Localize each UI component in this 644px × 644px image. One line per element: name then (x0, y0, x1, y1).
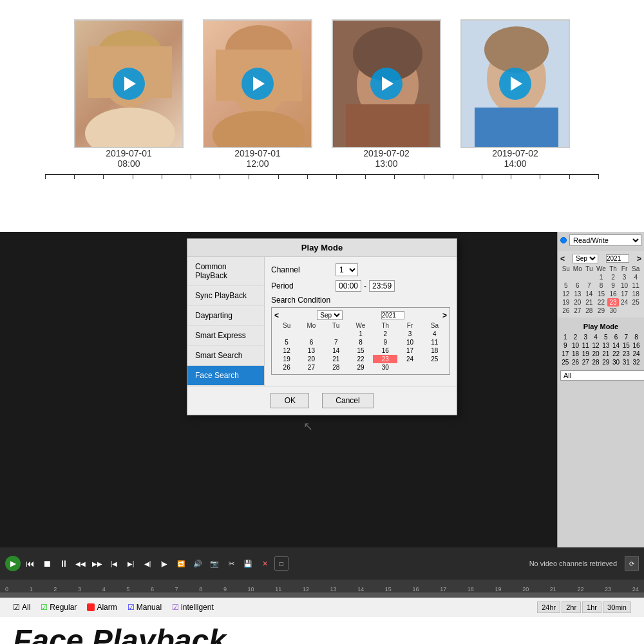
cal-week-5: 262728 2930 (560, 307, 641, 315)
nav-smart-express[interactable]: Smart Express (187, 326, 264, 346)
nav-sync-playback[interactable]: Sync PlayBack (187, 286, 264, 306)
play-button-2[interactable] (242, 68, 274, 100)
play-button-4[interactable] (499, 68, 531, 100)
pause-btn[interactable]: ⏸ (57, 556, 71, 571)
cancel-button[interactable]: Cancel (322, 393, 373, 408)
mini-cal-grid: SuMo TuWe ThFr Sa 1234 (274, 321, 447, 372)
legend-intelligent-label: intelligent (181, 603, 214, 612)
prev-btn[interactable]: ⏮ (23, 556, 37, 571)
col-th: Th (607, 265, 619, 273)
nav-smart-search[interactable]: Smart Search (187, 346, 264, 366)
timestamp-3: 2019-07-02 13:00 (363, 148, 410, 169)
period-end[interactable]: 23:59 (369, 280, 395, 292)
cal-grid: Su Mo Tu We Th Fr Sa 1234 567 (560, 265, 641, 315)
bottom-controls: ▶ ⏮ ⏹ ⏸ ◀◀ ▶▶ |◀ ▶| ◀| |▶ 🔁 🔊 📷 ✂ 💾 ✕ □ … (0, 547, 644, 580)
dialog-title: Play Mode (187, 239, 457, 257)
timestamp-1: 2019-07-01 08:00 (106, 148, 152, 169)
right-calendar: < Sep > Su Mo Tu We Th Fr Sa (558, 251, 644, 317)
close-btn[interactable]: ✕ (258, 556, 272, 571)
stop-btn[interactable]: ⏹ (40, 556, 54, 571)
nav-common-playback[interactable]: Common PlayBack (187, 257, 264, 286)
time-buttons: 24hr 2hr 1hr 30min (537, 601, 631, 613)
time-2hr[interactable]: 2hr (562, 601, 581, 613)
thumb-item-4: 2019-07-02 14:00 (460, 19, 570, 169)
thumb-image-4[interactable] (460, 19, 570, 148)
period-separator: - (364, 281, 366, 290)
fast-btn[interactable]: ▶▶ (90, 556, 104, 571)
play-mode-all-input[interactable] (560, 370, 644, 381)
dialog-footer: OK Cancel (187, 386, 457, 415)
cal-next[interactable]: > (637, 254, 641, 263)
svg-point-14 (484, 26, 549, 73)
mini-cal-next[interactable]: > (442, 311, 447, 320)
audio-btn[interactable]: 🔊 (191, 556, 205, 571)
svg-point-7 (213, 111, 305, 148)
legend-regular-label: Regular (50, 603, 77, 612)
nav-face-search[interactable]: Face Search (187, 366, 264, 386)
cal-week-3: 121314 15161718 (560, 290, 641, 298)
frame-prev-btn[interactable]: |◀ (107, 556, 121, 571)
forward-btn[interactable]: |▶ (157, 556, 171, 571)
play-mode-grid: 1234 5678 9101112 13141516 17181920 2122… (560, 333, 641, 366)
timeline-ruler[interactable]: 0 1 2 3 4 5 6 7 8 9 10 11 12 13 14 15 16… (0, 580, 644, 592)
time-1hr[interactable]: 1hr (582, 601, 601, 613)
read-write-radio[interactable] (560, 237, 567, 243)
rewind-btn[interactable]: ◀| (140, 556, 155, 571)
play-pause-btn[interactable]: ▶ (5, 556, 21, 571)
col-tu: Tu (583, 265, 595, 273)
timeline-area (45, 174, 599, 175)
ok-button[interactable]: OK (270, 393, 309, 408)
time-24hr[interactable]: 24hr (537, 601, 560, 613)
play-button-1[interactable] (113, 68, 145, 100)
cal-week-2: 567 891011 (560, 281, 641, 290)
thumb-image-2[interactable] (203, 19, 312, 148)
time-30min[interactable]: 30min (603, 601, 631, 613)
thumb-item-1: 2019-07-01 08:00 (74, 19, 184, 169)
col-mo: Mo (572, 265, 583, 273)
legend-alarm-label: Alarm (97, 603, 117, 612)
cal-month-select[interactable]: Sep (573, 254, 598, 263)
search-condition-label: Search Condition (271, 296, 450, 305)
backup-btn[interactable]: 💾 (241, 556, 255, 571)
snapshot-btn[interactable]: 📷 (207, 556, 222, 571)
nav-dayparting[interactable]: Dayparting (187, 306, 264, 326)
dialog-body: Common PlayBack Sync PlayBack Dayparting… (187, 257, 457, 386)
timestamp-2: 2019-07-01 12:00 (234, 148, 281, 169)
window-btn[interactable]: □ (274, 556, 289, 571)
col-su: Su (560, 265, 572, 273)
mini-cal-year[interactable] (381, 311, 404, 319)
cal-year-input[interactable] (606, 254, 629, 263)
cal-week-1: 1234 (560, 273, 641, 281)
timeline-line (45, 174, 599, 175)
mini-cal-prev[interactable]: < (274, 311, 279, 320)
repeat-btn[interactable]: 🔁 (174, 556, 188, 571)
legend-intelligent: ☑ intelligent (172, 603, 214, 612)
right-panel: Read/Write < Sep > Su Mo Tu We (557, 232, 644, 547)
refresh-btn[interactable]: ⟳ (625, 556, 639, 571)
period-start[interactable]: 00:00 (336, 280, 361, 292)
clip-btn[interactable]: ✂ (224, 556, 238, 571)
channel-row: Channel 1 (271, 263, 450, 276)
cal-week-4: 192021 22232425 (560, 298, 641, 307)
cal-prev[interactable]: < (560, 254, 565, 263)
thumb-image-3[interactable] (332, 19, 441, 148)
top-section: 2019-07-01 08:00 2019-07-01 12:00 (0, 0, 644, 232)
face-playback-title: Face Playback (13, 623, 226, 645)
slow-btn[interactable]: ◀◀ (73, 556, 88, 571)
play-button-3[interactable] (370, 68, 402, 100)
svg-rect-11 (346, 104, 430, 148)
frame-next-btn[interactable]: ▶| (124, 556, 138, 571)
svg-point-3 (85, 108, 175, 148)
col-sa: Sa (630, 265, 641, 273)
read-write-select[interactable]: Read/Write (569, 234, 641, 246)
cal-header: < Sep > (560, 254, 641, 263)
cursor-icon: ↖ (303, 419, 313, 433)
progress-bar[interactable] (0, 592, 644, 598)
legend-alarm: Alarm (87, 603, 117, 612)
mini-cal-header: < Sep > (274, 310, 447, 320)
mini-cal-month[interactable]: Sep (317, 310, 343, 320)
thumbnails-row: 2019-07-01 08:00 2019-07-01 12:00 (74, 19, 570, 169)
channel-select[interactable]: 1 (336, 263, 358, 276)
legend-all-label: All (22, 603, 30, 612)
thumb-image-1[interactable] (74, 19, 184, 148)
